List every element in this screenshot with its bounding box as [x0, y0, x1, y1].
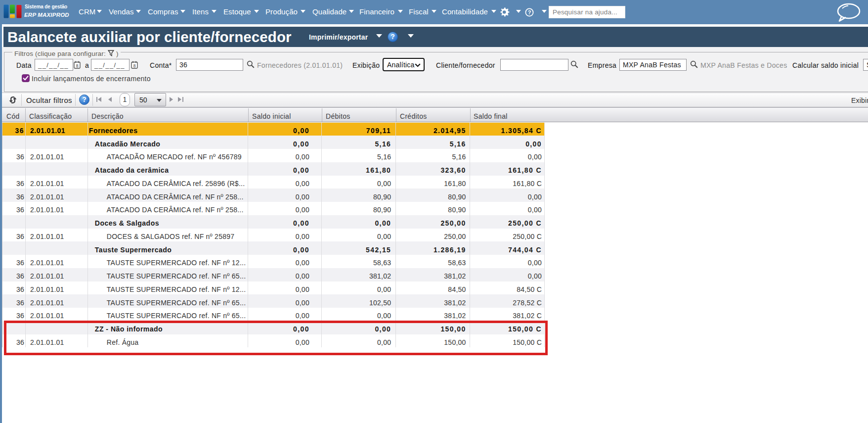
svg-text:?: ?	[528, 9, 531, 15]
svg-text:8: 8	[133, 63, 136, 68]
svg-text:8: 8	[76, 63, 79, 68]
